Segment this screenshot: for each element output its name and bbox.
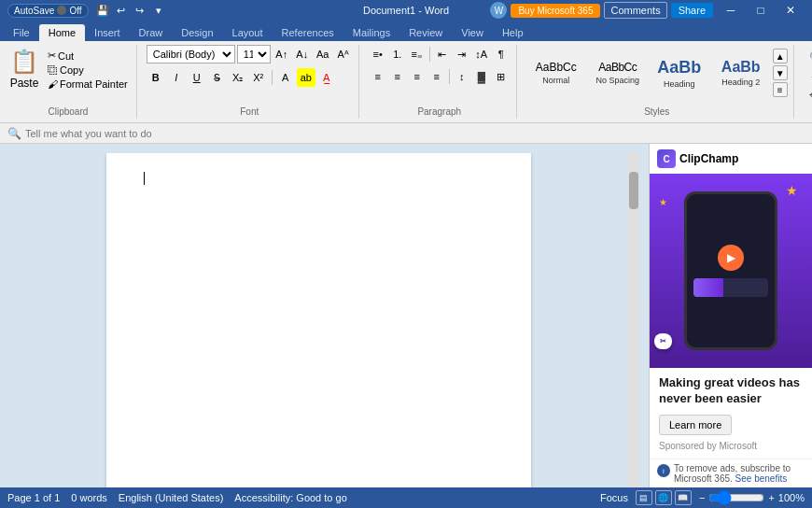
customize-icon[interactable]: ▾ bbox=[150, 2, 167, 19]
editing-label: Editing bbox=[804, 106, 812, 119]
focus-label[interactable]: Focus bbox=[600, 492, 628, 503]
tab-view[interactable]: View bbox=[452, 24, 493, 41]
line-spacing-button[interactable]: ↕ bbox=[453, 67, 471, 86]
bullets-button[interactable]: ≡• bbox=[369, 45, 387, 64]
strikethrough-button[interactable]: S̶ bbox=[208, 68, 227, 87]
sort-button[interactable]: ↕A bbox=[472, 45, 491, 64]
italic-button[interactable]: I bbox=[167, 68, 186, 87]
para-sep1 bbox=[429, 47, 430, 62]
style-heading2-item[interactable]: AaBb Heading 2 bbox=[711, 45, 771, 101]
autosave-toggle[interactable]: AutoSave Off bbox=[7, 4, 89, 18]
read-mode-button[interactable]: 📖 bbox=[675, 490, 692, 505]
align-left-button[interactable]: ≡ bbox=[369, 67, 387, 86]
share-button[interactable]: Share bbox=[671, 3, 713, 18]
zoom-in-icon[interactable]: + bbox=[768, 492, 774, 503]
clear-format-button[interactable]: Aa bbox=[314, 45, 332, 64]
styles-scroll-down[interactable]: ▼ bbox=[773, 65, 788, 80]
format-painter-button[interactable]: 🖌 Format Painter bbox=[45, 78, 131, 91]
print-layout-button[interactable]: ▤ bbox=[636, 490, 652, 505]
font-color-button[interactable]: A̲ bbox=[317, 68, 336, 87]
align-right-button[interactable]: ≡ bbox=[408, 67, 427, 86]
learn-more-button[interactable]: Learn more bbox=[659, 415, 732, 435]
bold-button[interactable]: B bbox=[147, 68, 165, 87]
superscript-button[interactable]: X² bbox=[249, 68, 268, 87]
tab-design[interactable]: Design bbox=[172, 24, 222, 41]
tab-help[interactable]: Help bbox=[493, 24, 533, 41]
font-rows: Calibri (Body) 11 A↑ A↓ Aa Aᴬ B I U S̶ X… bbox=[147, 45, 353, 87]
see-benefits-link[interactable]: See benefits bbox=[735, 473, 788, 484]
web-layout-button[interactable]: 🌐 bbox=[655, 490, 672, 505]
style-no-spacing-preview: AaBbCc bbox=[598, 61, 637, 74]
font-row-1: Calibri (Body) 11 A↑ A↓ Aa Aᴬ bbox=[147, 45, 353, 64]
ad-headline: Making great videos has never been easie… bbox=[659, 375, 803, 407]
styles-scroll-up[interactable]: ▲ bbox=[773, 49, 788, 64]
styles-arrows: ▲ ▼ ≡ bbox=[773, 49, 788, 97]
increase-indent-button[interactable]: ⇥ bbox=[453, 45, 471, 64]
tab-file[interactable]: File bbox=[4, 24, 39, 41]
style-normal-item[interactable]: AaBbCc Normal bbox=[526, 45, 586, 101]
decrease-font-button[interactable]: A↓ bbox=[293, 45, 312, 64]
style-heading1-item[interactable]: AaBb Heading bbox=[650, 45, 709, 101]
styles-expand[interactable]: ≡ bbox=[773, 82, 788, 97]
change-case-button[interactable]: Aᴬ bbox=[334, 45, 353, 64]
align-center-button[interactable]: ≡ bbox=[388, 67, 407, 86]
numbering-button[interactable]: 1. bbox=[388, 45, 407, 64]
clipboard-content: 📋 Paste ✂ Cut ⿻ Copy 🖌 Format Painter bbox=[6, 45, 131, 106]
status-left: Page 1 of 1 0 words English (United Stat… bbox=[7, 492, 347, 503]
ad-sponsor: Sponsored by Microsoft bbox=[659, 441, 803, 451]
tab-references[interactable]: References bbox=[273, 24, 343, 41]
profile-avatar[interactable]: W bbox=[490, 2, 507, 19]
star-decoration-1: ★ bbox=[786, 183, 798, 198]
select-button[interactable]: ⌖ Select ▾ bbox=[804, 86, 812, 105]
ad-title: ClipChamp bbox=[679, 152, 738, 165]
tab-review[interactable]: Review bbox=[399, 24, 452, 41]
shading-button[interactable]: ▓ bbox=[472, 67, 491, 86]
maximize-button[interactable]: □ bbox=[747, 0, 775, 21]
replace-button[interactable]: ↔ Replace bbox=[804, 67, 812, 85]
tab-mailings[interactable]: Mailings bbox=[343, 24, 399, 41]
minimize-button[interactable]: ─ bbox=[717, 0, 745, 21]
close-button[interactable]: ✕ bbox=[777, 0, 805, 21]
zoom-out-icon[interactable]: − bbox=[699, 492, 705, 503]
underline-button[interactable]: U bbox=[188, 68, 206, 87]
undo-icon[interactable]: ↩ bbox=[113, 2, 130, 19]
play-button[interactable]: ▶ bbox=[718, 245, 744, 271]
font-size-select[interactable]: 11 bbox=[237, 45, 271, 64]
document-page[interactable] bbox=[106, 153, 531, 487]
tab-layout[interactable]: Layout bbox=[223, 24, 273, 41]
subscript-button[interactable]: X₂ bbox=[229, 68, 247, 87]
paste-button[interactable]: 📋 Paste bbox=[6, 45, 43, 92]
redo-icon[interactable]: ↪ bbox=[132, 2, 148, 19]
scroll-thumb[interactable] bbox=[629, 172, 638, 209]
style-heading1-label: Heading bbox=[664, 79, 695, 89]
tell-me-input[interactable] bbox=[25, 128, 212, 139]
tab-insert[interactable]: Insert bbox=[85, 24, 130, 41]
para-sep2 bbox=[449, 69, 450, 84]
highlight-button[interactable]: ab bbox=[297, 68, 315, 87]
vertical-scrollbar[interactable] bbox=[628, 153, 639, 487]
multilevel-button[interactable]: ≡₌ bbox=[408, 45, 427, 64]
comments-button[interactable]: Comments bbox=[604, 2, 666, 19]
cut-button[interactable]: ✂ Cut bbox=[45, 49, 131, 63]
increase-font-button[interactable]: A↑ bbox=[273, 45, 291, 64]
tab-draw[interactable]: Draw bbox=[130, 24, 173, 41]
decrease-indent-button[interactable]: ⇤ bbox=[433, 45, 452, 64]
show-formatting-button[interactable]: ¶ bbox=[492, 45, 511, 64]
text-cursor bbox=[144, 172, 145, 185]
justify-button[interactable]: ≡ bbox=[427, 67, 446, 86]
find-button[interactable]: 🔍 Find ▾ bbox=[804, 49, 812, 66]
save-icon[interactable]: 💾 bbox=[94, 2, 111, 19]
tab-home[interactable]: Home bbox=[39, 24, 85, 41]
copy-button[interactable]: ⿻ Copy bbox=[45, 64, 131, 77]
buy-button[interactable]: Buy Microsoft 365 bbox=[511, 4, 600, 18]
text-effect-button[interactable]: A bbox=[276, 68, 295, 87]
para-row-2: ≡ ≡ ≡ ≡ ↕ ▓ ⊞ bbox=[369, 67, 511, 86]
accessibility-status: Accessibility: Good to go bbox=[234, 492, 346, 503]
zoom-range[interactable] bbox=[708, 490, 764, 505]
search-icon: 🔍 bbox=[7, 127, 21, 140]
remove-ads-text: To remove ads, subscribe to Microsoft 36… bbox=[674, 463, 805, 484]
style-no-spacing-item[interactable]: AaBbCc No Spacing bbox=[588, 45, 648, 101]
quick-access-toolbar: 💾 ↩ ↪ ▾ bbox=[94, 2, 167, 19]
borders-button[interactable]: ⊞ bbox=[492, 67, 511, 86]
font-name-select[interactable]: Calibri (Body) bbox=[147, 45, 235, 64]
